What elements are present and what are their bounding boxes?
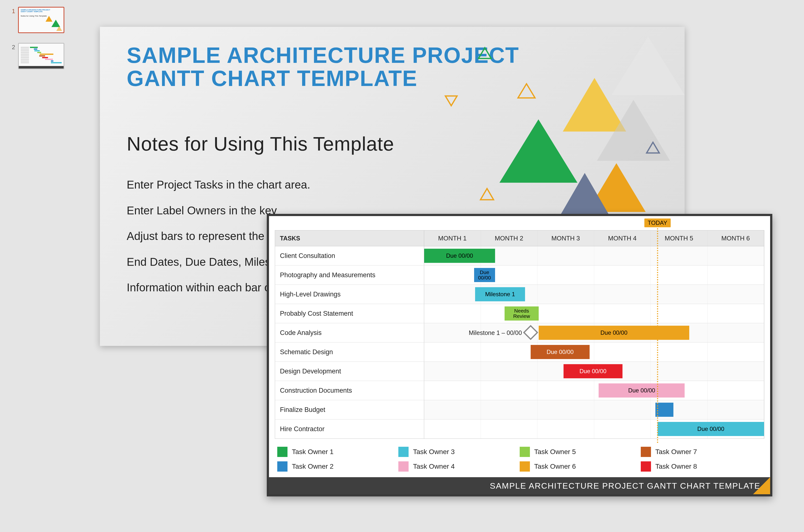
slide-title-line1: SAMPLE ARCHITECTURE PROJECT <box>127 43 519 68</box>
gantt-footer-text: SAMPLE ARCHITECTURE PROJECT GANTT CHART … <box>490 481 760 491</box>
gantt-rows: Client ConsultationDue 00/00Photography … <box>275 246 764 439</box>
triangle-outline-icon <box>480 188 494 201</box>
chart-cell: Due 00/00 <box>424 246 764 265</box>
month-header: MONTH 5 <box>651 230 708 246</box>
gantt-chart-slide[interactable]: TODAY TASKS MONTH 1 MONTH 2 MONTH 3 MONT… <box>267 214 772 496</box>
slide-thumbnail-panel: 1 SAMPLE ARCHITECTURE PROJECTGANTT CHART… <box>8 7 66 79</box>
gantt-bar[interactable]: Due 00/00 <box>563 364 622 378</box>
task-name-cell: Code Analysis <box>275 323 424 342</box>
chart-cell: Milestone 1 – 00/00Due 00/00 <box>424 323 764 342</box>
legend-swatch <box>520 461 530 472</box>
gantt-footer: SAMPLE ARCHITECTURE PROJECT GANTT CHART … <box>269 477 770 494</box>
legend-label: Task Owner 7 <box>655 448 697 456</box>
legend-label: Task Owner 2 <box>292 462 334 470</box>
gantt-row: Design DevelopmentDue 00/00 <box>275 362 764 381</box>
gantt-bar[interactable]: Due 00/00 <box>658 422 764 436</box>
footer-accent-triangle <box>753 477 770 494</box>
legend-label: Task Owner 6 <box>534 462 576 470</box>
month-header: MONTH 6 <box>708 230 764 246</box>
task-name-cell: Schematic Design <box>275 342 424 361</box>
gantt-bar[interactable]: Milestone 1 <box>475 287 525 301</box>
month-gridlines <box>424 400 764 419</box>
triangle-outline-icon <box>517 83 536 99</box>
slide-title-line2: GANTT CHART TEMPLATE <box>127 66 417 91</box>
chart-cell: Due 00/00 <box>424 266 764 285</box>
tasks-header: TASKS <box>275 230 424 246</box>
task-name-cell: Hire Contractor <box>275 419 424 438</box>
chart-cell: Due 00/00 <box>424 381 764 400</box>
gantt-row: Finalize Budget <box>275 400 764 419</box>
triangle-outline-icon <box>478 47 492 59</box>
legend-swatch <box>277 447 287 457</box>
today-marker-line <box>657 226 658 443</box>
legend-swatch <box>398 461 409 472</box>
legend-label: Task Owner 4 <box>413 462 455 470</box>
gantt-bar[interactable]: Due 00/00 <box>424 249 495 263</box>
slide-subtitle[interactable]: Notes for Using This Template <box>127 133 394 155</box>
month-gridlines <box>424 381 764 400</box>
legend-item: Task Owner 3 <box>398 444 520 459</box>
svg-marker-1 <box>445 96 457 106</box>
triangle-icon <box>558 173 612 219</box>
legend-swatch <box>277 461 287 472</box>
svg-marker-4 <box>647 142 659 153</box>
gantt-bar[interactable]: Needs Review <box>505 306 539 321</box>
slide-thumbnail-2[interactable] <box>18 43 64 69</box>
legend-label: Task Owner 8 <box>655 462 697 470</box>
task-name-cell: Probably Cost Statement <box>275 304 424 323</box>
gantt-legend: Task Owner 1Task Owner 3Task Owner 5Task… <box>277 444 762 474</box>
mini-footer <box>19 66 63 69</box>
chart-cell: Due 00/00 <box>424 419 764 438</box>
chart-cell: Milestone 1 <box>424 285 764 304</box>
mini-subtitle: Notes for Using This Template <box>21 15 47 17</box>
triangle-outline-icon <box>444 95 458 107</box>
legend-swatch <box>641 447 651 457</box>
legend-item: Task Owner 1 <box>277 444 398 459</box>
mini-gantt <box>21 46 62 64</box>
gantt-table: TASKS MONTH 1 MONTH 2 MONTH 3 MONTH 4 MO… <box>275 230 764 441</box>
legend-item: Task Owner 8 <box>641 459 762 474</box>
month-header: MONTH 1 <box>424 230 481 246</box>
legend-item: Task Owner 6 <box>520 459 641 474</box>
thumbnail-number: 2 <box>8 43 15 51</box>
slide-title[interactable]: SAMPLE ARCHITECTURE PROJECT GANTT CHART … <box>127 44 519 90</box>
slide-thumbnail-1[interactable]: SAMPLE ARCHITECTURE PROJECTGANTT CHART T… <box>18 7 64 33</box>
chart-cell: Due 00/00 <box>424 362 764 381</box>
task-name-cell: High-Level Drawings <box>275 285 424 304</box>
chart-cell <box>424 400 764 419</box>
legend-swatch <box>520 447 530 457</box>
chart-cell: Due 00/00 <box>424 342 764 361</box>
task-name-cell: Finalize Budget <box>275 400 424 419</box>
today-marker-label: TODAY <box>644 218 671 227</box>
legend-item: Task Owner 2 <box>277 459 398 474</box>
legend-label: Task Owner 5 <box>534 448 576 456</box>
gantt-row: Photography and MeasurementsDue 00/00 <box>275 266 764 285</box>
gantt-header-row: TASKS MONTH 1 MONTH 2 MONTH 3 MONTH 4 MO… <box>275 230 764 246</box>
svg-marker-3 <box>481 189 493 200</box>
thumbnail-row-1: 1 SAMPLE ARCHITECTURE PROJECTGANTT CHART… <box>8 7 66 33</box>
gantt-bar[interactable]: Due 00/00 <box>599 383 685 398</box>
month-header: MONTH 2 <box>481 230 538 246</box>
month-header: MONTH 4 <box>594 230 651 246</box>
svg-marker-2 <box>518 84 535 98</box>
gantt-bar[interactable]: Due 00/00 <box>539 326 689 340</box>
month-gridlines <box>424 342 764 361</box>
thumbnail-row-2: 2 <box>8 43 66 69</box>
legend-swatch <box>641 461 651 472</box>
task-name-cell: Client Consultation <box>275 246 424 265</box>
gantt-row: Construction DocumentsDue 00/00 <box>275 381 764 400</box>
gantt-row: Schematic DesignDue 00/00 <box>275 342 764 362</box>
body-line: Enter Project Tasks in the chart area. <box>127 178 310 192</box>
mini-title: SAMPLE ARCHITECTURE PROJECTGANTT CHART T… <box>21 9 50 13</box>
legend-label: Task Owner 3 <box>413 448 455 456</box>
chart-cell: Needs Review <box>424 304 764 323</box>
svg-marker-0 <box>479 48 491 58</box>
task-name-cell: Construction Documents <box>275 381 424 400</box>
gantt-row: Client ConsultationDue 00/00 <box>275 246 764 266</box>
gantt-bar[interactable]: Due 00/00 <box>531 345 590 359</box>
gantt-bar[interactable]: Due 00/00 <box>474 268 495 282</box>
milestone-pretext: Milestone 1 – 00/00 <box>424 323 523 342</box>
gantt-row: Code AnalysisMilestone 1 – 00/00Due 00/0… <box>275 323 764 342</box>
legend-item: Task Owner 4 <box>398 459 520 474</box>
month-gridlines <box>424 304 764 323</box>
